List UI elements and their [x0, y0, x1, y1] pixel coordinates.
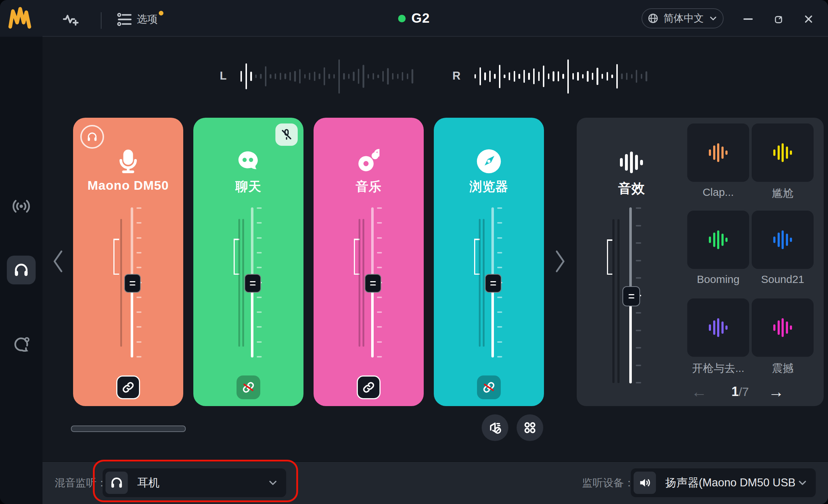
titlebar-divider — [101, 12, 102, 29]
compass-icon — [475, 147, 503, 175]
effect-tile-sound21[interactable] — [752, 211, 814, 269]
meter-right-label: R — [449, 69, 464, 82]
headphones-icon — [105, 472, 128, 494]
horizontal-scrollbar[interactable] — [71, 426, 186, 432]
speaker-icon — [634, 472, 656, 494]
effect-tile-booming[interactable] — [687, 211, 749, 269]
chat-bubble-icon — [12, 336, 30, 354]
chat-icon — [234, 147, 262, 175]
channel-title: 音乐 — [314, 178, 424, 195]
language-selector[interactable]: 简体中文 — [642, 8, 724, 28]
close-button[interactable] — [801, 12, 816, 26]
link-toggle-button[interactable] — [116, 375, 140, 399]
effect-label: Booming — [682, 273, 754, 285]
mic-muted-icon — [280, 128, 293, 141]
chevron-down-icon — [797, 477, 808, 488]
channel-title: 聊天 — [193, 178, 303, 195]
sidebar-item-monitor-active[interactable] — [7, 256, 36, 284]
effect-tile-gunshot[interactable] — [687, 298, 749, 357]
effect-label: Clap... — [682, 186, 754, 198]
sidebar — [0, 37, 42, 504]
sound-effects-panel: 音效 Clap... 尴尬 Booming Sound21 开枪与去... 震撼… — [577, 118, 824, 406]
add-track-icon[interactable] — [60, 10, 81, 29]
device-name: G2 — [411, 11, 430, 26]
meter-left-label: L — [216, 69, 230, 82]
slider-thumb[interactable] — [244, 274, 261, 293]
monitor-device-dropdown[interactable]: 扬声器(Maono DM50 USB... — [631, 468, 816, 497]
grid-icon — [522, 420, 537, 435]
connected-status-dot — [398, 15, 406, 22]
monitor-device-label: 监听设备： — [582, 462, 634, 504]
effect-tile-zhenhan[interactable] — [752, 298, 814, 357]
mix-monitor-label: 混音监听： — [55, 462, 107, 504]
session-indicator: G2 — [398, 0, 430, 37]
channel-card-maono-dm50[interactable]: Maono DM50 — [73, 118, 183, 406]
meter-right-bars — [474, 56, 651, 97]
headphones-monitor-badge[interactable] — [80, 125, 104, 149]
carousel-next-chevron[interactable] — [554, 250, 566, 274]
page-prev-arrow[interactable]: ← — [691, 383, 707, 401]
minimize-button[interactable] — [741, 12, 755, 26]
volume-slider[interactable] — [113, 207, 147, 357]
slider-thumb[interactable] — [622, 286, 640, 306]
channel-card-browser[interactable]: 浏览器 — [434, 118, 544, 406]
meter-left-bars — [240, 56, 417, 97]
effects-volume-slider[interactable] — [607, 207, 643, 383]
effect-label: Sound21 — [747, 273, 819, 285]
channel-title: Maono DM50 — [73, 178, 183, 193]
headphones-icon — [13, 262, 30, 278]
titlebar-separator-line — [42, 36, 828, 37]
effect-waveform-icon — [709, 318, 728, 337]
monitor-device-value: 扬声器(Maono DM50 USB... — [665, 475, 795, 490]
page-next-arrow[interactable]: → — [768, 383, 784, 401]
slider-thumb[interactable] — [365, 274, 381, 293]
app-window: 选项 G2 简体中文 — [0, 0, 828, 504]
carousel-prev-chevron[interactable] — [52, 250, 64, 274]
link-toggle-button[interactable] — [477, 375, 501, 399]
language-label: 简体中文 — [663, 12, 704, 25]
sidebar-item-broadcast[interactable] — [12, 197, 31, 216]
link-toggle-button[interactable] — [357, 375, 381, 399]
maono-logo-icon — [7, 6, 32, 30]
chevron-down-icon — [267, 477, 278, 488]
mix-monitor-dropdown[interactable]: 耳机 — [103, 468, 286, 497]
effect-tile-clap[interactable] — [687, 123, 749, 182]
link-toggle-button[interactable] — [237, 375, 260, 399]
effect-waveform-icon — [773, 318, 792, 337]
mic-muted-badge[interactable] — [275, 123, 298, 146]
volume-slider[interactable] — [473, 207, 508, 357]
sidebar-item-voice-chat[interactable] — [12, 336, 30, 354]
effect-waveform-icon — [709, 230, 728, 249]
chevron-down-icon — [708, 14, 718, 23]
restore-button[interactable] — [772, 12, 786, 26]
options-notification-dot — [159, 11, 163, 15]
effect-label: 震撼 — [747, 361, 819, 376]
title-bar: 选项 G2 简体中文 — [0, 0, 828, 37]
options-label: 选项 — [137, 12, 158, 27]
slider-thumb[interactable] — [124, 274, 141, 293]
effect-tile-ganga[interactable] — [752, 123, 814, 182]
mic-icon — [114, 147, 142, 175]
mix-monitor-value: 耳机 — [137, 475, 159, 490]
options-button[interactable]: 选项 — [114, 10, 160, 29]
waveform-icon — [618, 151, 644, 174]
globe-icon — [647, 13, 659, 24]
channel-card-chat[interactable]: 聊天 — [193, 118, 303, 406]
broadcast-icon — [12, 197, 31, 216]
effect-label: 开枪与去... — [682, 361, 754, 376]
volume-slider[interactable] — [353, 207, 387, 357]
effect-waveform-icon — [709, 143, 728, 162]
footer-bar: 混音监听： 耳机 监听设备： 扬声器(Maono DM50 USB... — [42, 461, 828, 504]
headphones-outline-icon — [86, 131, 98, 143]
channel-card-music[interactable]: 音乐 — [314, 118, 424, 406]
effects-title: 音效 — [599, 180, 664, 198]
effect-waveform-icon — [773, 143, 792, 162]
channel-grid-button[interactable] — [517, 414, 543, 441]
monitor-mute-button[interactable] — [482, 414, 508, 441]
options-icon — [116, 11, 132, 28]
slider-thumb[interactable] — [485, 274, 501, 293]
page-indicator: 1/7 — [719, 384, 762, 399]
effect-label: 尴尬 — [747, 186, 819, 201]
effect-waveform-icon — [773, 230, 792, 249]
volume-slider[interactable] — [233, 207, 267, 357]
